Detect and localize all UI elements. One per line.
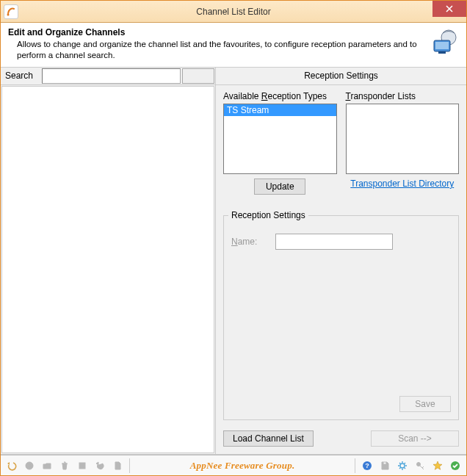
- trash-icon[interactable]: [57, 458, 73, 474]
- types-row: Available Reception Types TS Stream Tran…: [223, 91, 459, 174]
- search-button[interactable]: [182, 68, 214, 84]
- help-icon[interactable]: ?: [359, 458, 375, 474]
- left-pane: Search: [1, 68, 216, 454]
- reception-settings-body: Available Reception Types TS Stream Tran…: [216, 85, 466, 454]
- status-separator: [355, 458, 355, 473]
- header-icon: [425, 27, 459, 57]
- folder-icon[interactable]: [39, 458, 55, 474]
- header-texts: Edit and Organize Channels Allows to cha…: [8, 27, 419, 61]
- search-label: Search: [1, 68, 42, 84]
- status-left-group: [4, 458, 126, 474]
- key-icon[interactable]: [412, 458, 428, 474]
- transponder-lists-list[interactable]: [346, 104, 460, 174]
- window-title: Channel List Editor: [1, 7, 466, 17]
- channel-tree[interactable]: [1, 86, 214, 453]
- reception-settings-header: Reception Settings: [216, 68, 466, 85]
- name-row: Name:: [231, 234, 451, 250]
- stop-icon[interactable]: [74, 458, 90, 474]
- gear-icon[interactable]: [394, 458, 410, 474]
- save-button[interactable]: Save: [399, 396, 451, 412]
- title-bar: Channel List Editor: [1, 1, 466, 23]
- svg-point-0: [7, 13, 10, 15]
- header-description: Allows to change and organize the channe…: [8, 37, 419, 61]
- header-panel: Edit and Organize Channels Allows to cha…: [1, 23, 466, 68]
- reception-types-label: Available Reception Types: [223, 91, 337, 101]
- search-input[interactable]: [42, 68, 181, 84]
- reception-types-list[interactable]: TS Stream: [223, 104, 337, 174]
- status-separator: [129, 458, 130, 473]
- transponder-directory-link[interactable]: Transponder List Directory: [350, 178, 454, 195]
- svg-rect-4: [438, 51, 446, 54]
- status-bar: AppNee Freeware Group. ?: [1, 455, 466, 475]
- app-icon: [4, 4, 18, 19]
- name-label: Name:: [231, 237, 268, 247]
- reception-settings-group: Reception Settings Name: Save: [223, 215, 459, 420]
- svg-point-9: [400, 464, 405, 468]
- group-legend: Reception Settings: [228, 210, 308, 220]
- bottom-button-row: Load Channel List Scan -->: [223, 430, 459, 447]
- undo2-icon[interactable]: [92, 458, 108, 474]
- svg-text:?: ?: [365, 462, 369, 469]
- svg-rect-3: [435, 42, 449, 49]
- save-icon[interactable]: [377, 458, 393, 474]
- reception-types-label-pre: Available: [223, 91, 261, 101]
- transponder-lists-column: Transponder Lists: [346, 91, 460, 174]
- status-right-group: ?: [359, 458, 463, 474]
- window-root: Channel List Editor Edit and Organize Ch…: [0, 0, 467, 476]
- globe-icon[interactable]: [21, 458, 37, 474]
- svg-rect-6: [79, 463, 85, 469]
- close-icon: [446, 5, 453, 12]
- close-button[interactable]: [432, 1, 466, 17]
- scan-button[interactable]: Scan -->: [371, 430, 459, 447]
- under-lists-row: Update Transponder List Directory: [223, 178, 459, 195]
- doc-icon[interactable]: [109, 458, 126, 474]
- svg-point-10: [417, 462, 421, 466]
- star-icon[interactable]: [430, 458, 446, 474]
- header-title: Edit and Organize Channels: [8, 27, 419, 37]
- undo-icon[interactable]: [4, 458, 20, 474]
- name-label-accel: N: [231, 237, 238, 247]
- reception-types-label-post: eception Types: [268, 91, 327, 101]
- transponder-lists-label: Transponder Lists: [346, 91, 460, 101]
- name-label-post: ame:: [238, 237, 258, 247]
- right-pane: Reception Settings Available Reception T…: [216, 68, 466, 454]
- reception-types-label-accel: R: [261, 91, 268, 101]
- main-area: Search Reception Settings Available Rece…: [1, 68, 466, 455]
- ok-icon[interactable]: [447, 458, 463, 474]
- reception-types-column: Available Reception Types TS Stream: [223, 91, 337, 174]
- list-item[interactable]: TS Stream: [224, 104, 336, 116]
- search-row: Search: [1, 68, 215, 85]
- watermark-text: AppNee Freeware Group.: [134, 460, 351, 472]
- name-input[interactable]: [275, 234, 393, 250]
- load-channel-list-button[interactable]: Load Channel List: [223, 430, 314, 447]
- transponder-lists-label-post: ransponder Lists: [350, 91, 416, 101]
- update-button[interactable]: Update: [254, 178, 305, 195]
